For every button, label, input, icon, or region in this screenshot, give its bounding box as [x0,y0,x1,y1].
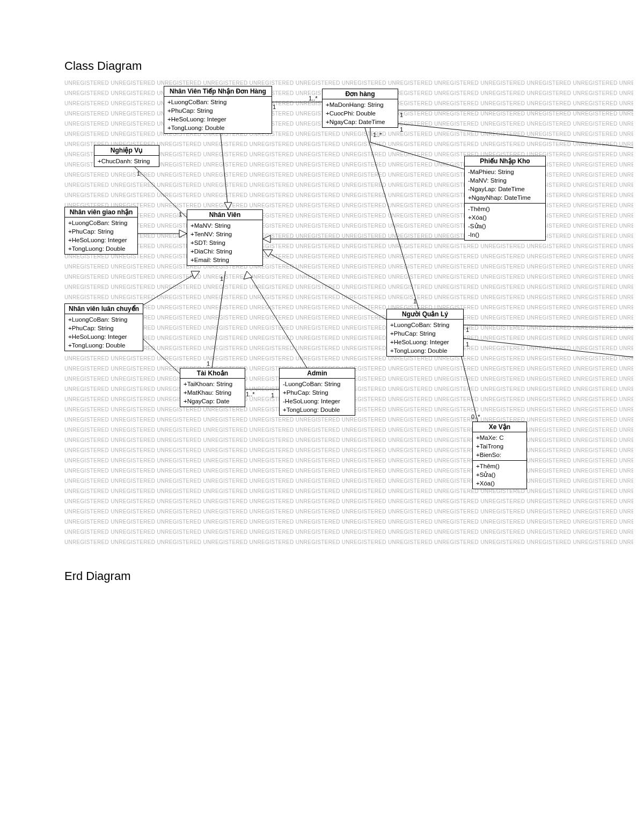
heading-erd-diagram: Erd Diagram [64,569,130,583]
svg-marker-8 [179,230,187,237]
class-attrs: +MaDonHang: String +CuocPhi: Double +Nga… [323,99,398,127]
mult-label: 1 [179,211,182,217]
svg-marker-12 [244,271,252,279]
mult-label: 1 [273,104,276,110]
class-attrs: +TaiKhoan: String +MatKhau: String +Ngay… [180,379,245,407]
class-name: Xe Vận [473,422,526,432]
class-nhanvien-luanchuyen: Nhân viên luân chuyển +LuongCoBan: Strin… [64,303,143,351]
class-name: Nghiệp Vụ [94,146,159,156]
svg-line-2 [397,124,633,148]
mult-label: 1 [271,392,274,398]
mult-label: 1 [400,126,403,133]
svg-line-18 [137,333,185,379]
mult-label: 1 [137,170,140,177]
svg-line-21 [463,325,633,328]
class-ops: -Thêm() +Xóa() -Sửa() -In() [465,204,545,240]
mult-label: 1..* [246,391,255,397]
class-name: Nhân viên luân chuyển [65,304,143,314]
mult-label: 0..* [471,414,480,420]
class-attrs: -LuongCoBan: String +PhuCap: String -HeS… [280,379,355,415]
svg-line-11 [247,271,309,371]
class-name: Nhân Viên [187,210,262,220]
svg-line-20 [459,346,478,422]
class-name: Người Quản Lý [387,309,463,320]
svg-line-6 [134,166,187,217]
mult-label: 1 [466,327,469,333]
mult-label: 1 [413,298,416,304]
class-diagram-canvas: UNREGISTERED UNREGISTERED UNREGISTERED U… [64,78,633,545]
class-attrs: +LuongCoBan: String +PhuCap: String +HeS… [387,320,463,356]
heading-class-diagram: Class Diagram [64,59,142,73]
svg-line-13 [263,250,386,320]
mult-label: 1 [207,360,210,367]
class-nguoiquanly: Người Quản Lý +LuongCoBan: String +PhuCa… [386,309,464,357]
class-attrs: +LuongCoBan: String +PhuCap: String +HeS… [65,217,137,254]
mult-label: 1 [400,112,403,118]
svg-line-22 [463,338,633,357]
class-taikhoan: Tài Khoản +TaiKhoan: String +MatKhau: St… [180,368,245,407]
svg-line-17 [212,271,225,368]
class-attrs: +ChucDanh: String [94,156,159,166]
svg-marker-10 [191,271,200,279]
mult-label: 1..* [373,132,382,138]
svg-line-3 [365,128,419,309]
mult-label: 1 [466,341,469,347]
svg-marker-16 [263,235,270,243]
class-ops: +Thêm() +Sửa() +Xóa() [473,461,526,489]
class-donhang: Đơn hàng +MaDonHang: String +CuocPhi: Do… [322,89,398,128]
class-nghiepvu: Nghiệp Vụ +ChucDanh: String [94,145,159,167]
class-name: Tài Khoản [180,368,245,379]
class-admin: Admin -LuongCoBan: String +PhuCap: Strin… [279,368,355,416]
class-nhanvien: Nhân Viên +MaNV: String +TenNV: String +… [187,209,263,266]
svg-marker-5 [224,202,232,209]
svg-line-4 [220,129,228,209]
class-name: Phiếu Nhập Kho [465,156,545,166]
mult-label: 1 [220,275,223,282]
class-attrs: +MaXe: C +TaiTrong +BienSo: [473,432,526,461]
class-name: Đơn hàng [323,89,398,99]
class-name: Nhân viên giao nhận [65,207,137,217]
class-name: Nhân Viên Tiếp Nhận Đơn Hàng [164,86,272,97]
class-name: Admin [280,368,355,379]
class-xevan: Xe Vận +MaXe: C +TaiTrong +BienSo: +Thêm… [472,422,527,489]
svg-marker-14 [263,250,273,257]
class-attrs: +MaNV: String +TenNV: String +SDT: Strin… [187,220,262,265]
class-phieunhapkho: Phiếu Nhập Kho -MaPhieu: String -MaNV: S… [464,156,546,241]
class-attrs: +LuongCoBan: String +PhuCap: String +HeS… [65,314,143,351]
class-nhanvien-tiepnhan: Nhân Viên Tiếp Nhận Đơn Hàng +LuongCoBan… [164,86,272,134]
class-nhanvien-giaonhan: Nhân viên giao nhận +LuongCoBan: String … [64,207,138,255]
class-attrs: -MaPhieu: String -MaNV: String -NgayLap:… [465,166,545,204]
mult-label: 1..* [309,95,318,101]
class-attrs: +LuongCoBan: String +PhuCap: String +HeS… [164,97,272,133]
